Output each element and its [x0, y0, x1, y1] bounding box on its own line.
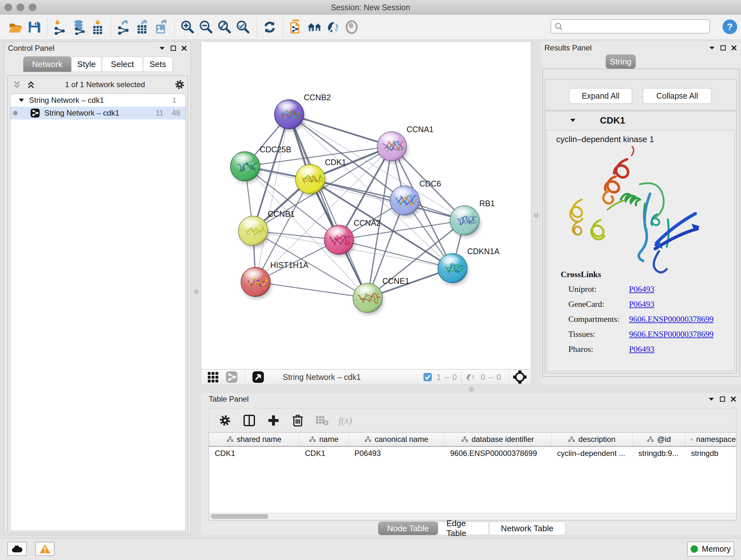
network-node-CCNB2[interactable]: CCNB2: [274, 93, 331, 131]
section-expander-icon[interactable]: [569, 118, 576, 123]
share-document-button[interactable]: [288, 19, 304, 35]
detach-view-icon[interactable]: [252, 371, 264, 383]
panel-close-icon[interactable]: [181, 45, 187, 51]
cell-name[interactable]: CDK1: [299, 446, 348, 460]
table-options-button[interactable]: [217, 413, 232, 428]
gear-icon: [219, 414, 231, 427]
save-session-button[interactable]: [26, 19, 42, 35]
tab-network[interactable]: Network: [23, 57, 71, 72]
crosslink-link[interactable]: 9606.ENSP00000378699: [629, 314, 714, 324]
panel-menu-icon[interactable]: [709, 45, 716, 51]
left-splitter-handle[interactable]: [194, 289, 199, 294]
column-header-namespace[interactable]: namespace: [685, 433, 736, 446]
column-header-canonical-name[interactable]: canonical name: [348, 433, 444, 446]
network-node-CDKN1A[interactable]: CDKN1A: [438, 247, 500, 285]
zoom-in-button[interactable]: [180, 19, 195, 35]
home-button[interactable]: [307, 19, 322, 35]
search-input[interactable]: [550, 19, 710, 34]
network-node-HIST1H1A[interactable]: HIST1H1A: [241, 260, 309, 299]
refresh-icon: [262, 20, 277, 35]
selected-checkbox-icon[interactable]: [423, 373, 432, 381]
network-view-icon[interactable]: [226, 371, 238, 383]
refresh-view-button[interactable]: [262, 19, 277, 35]
panel-float-icon[interactable]: [720, 45, 726, 51]
zoom-fit-button[interactable]: [217, 19, 232, 35]
tab-sets[interactable]: Sets: [143, 57, 173, 72]
cell-shared-name[interactable]: CDK1: [209, 446, 299, 460]
import-table-file-button[interactable]: [90, 19, 105, 35]
zoom-selected-button[interactable]: [235, 19, 251, 35]
right-splitter-handle[interactable]: [534, 213, 539, 218]
create-column-button[interactable]: [266, 413, 281, 428]
collapse-all-button[interactable]: Collapse All: [643, 88, 712, 104]
hide-panel-button[interactable]: [326, 19, 341, 35]
tab-string[interactable]: String: [606, 55, 636, 69]
horizontal-splitter-handle[interactable]: [469, 387, 474, 392]
column-header-description[interactable]: description: [551, 433, 632, 446]
cloud-status-button[interactable]: [7, 542, 27, 556]
tab-node-table[interactable]: Node Table: [378, 522, 438, 535]
network-node-CDK1[interactable]: CDK1: [295, 158, 346, 196]
warnings-button[interactable]: [35, 542, 55, 556]
cell-canonical-name[interactable]: P06493: [348, 446, 444, 460]
column-header-name[interactable]: name: [299, 433, 348, 446]
zoom-out-button[interactable]: [199, 19, 214, 35]
network-edge-CCNE1-HIST1H1A[interactable]: [256, 282, 367, 298]
panel-float-icon[interactable]: [719, 396, 726, 402]
cell-database-identifier[interactable]: 9606.ENSP00000378699: [444, 446, 551, 460]
help-button[interactable]: ?: [723, 19, 737, 34]
grid-view-icon[interactable]: [207, 371, 220, 383]
column-header-database-identifier[interactable]: database identifier: [444, 433, 551, 446]
column-header-id[interactable]: @id: [632, 433, 685, 446]
import-network-file-button[interactable]: [53, 19, 68, 35]
tab-network-table[interactable]: Network Table: [489, 522, 565, 535]
import-database-icon: [71, 19, 87, 35]
network-edge-CCNB2-CCNE1[interactable]: [289, 114, 367, 298]
network-row-selected[interactable]: String Network – cdk1 11 48: [10, 107, 185, 119]
eye-slash-icon: [326, 20, 341, 35]
network-node-CCNA1[interactable]: CCNA1: [377, 125, 434, 163]
expand-all-button[interactable]: Expand All: [569, 88, 632, 104]
panel-close-icon[interactable]: [730, 396, 737, 402]
network-collection-row[interactable]: String Network – cdk1 1: [10, 94, 185, 107]
tab-edge-table[interactable]: Edge Table: [438, 522, 489, 535]
cell-namespace[interactable]: stringdb: [685, 446, 736, 460]
cell-description[interactable]: cyclin–dependent ...: [551, 446, 632, 460]
cell-id[interactable]: stringdb:9...: [632, 446, 685, 460]
network-edge-CDK1-RB1[interactable]: [310, 179, 465, 220]
crosslink-link[interactable]: 9606.ENSP00000378699: [629, 329, 714, 339]
birds-eye-view-icon[interactable]: [513, 370, 527, 384]
crosslink-link[interactable]: P06493: [629, 345, 654, 354]
network-node-RB1[interactable]: RB1: [450, 199, 495, 237]
panel-menu-icon[interactable]: [158, 46, 165, 51]
network-options-gear-icon[interactable]: [174, 79, 185, 90]
string-network-icon: [30, 108, 40, 118]
panel-menu-icon[interactable]: [708, 396, 715, 401]
import-network-database-button[interactable]: [71, 19, 87, 35]
memory-button[interactable]: Memory: [687, 542, 734, 557]
tree-expander-icon[interactable]: [18, 98, 24, 103]
export-table-button[interactable]: [135, 19, 150, 35]
hidden-eye-icon[interactable]: [465, 372, 477, 382]
collapse-all-icon[interactable]: [12, 80, 22, 89]
export-network-button[interactable]: [117, 19, 132, 35]
show-panel-button[interactable]: [344, 19, 359, 35]
network-edge-CCNB2-HIST1H1A[interactable]: [256, 114, 289, 282]
zoom-out-icon: [199, 19, 214, 35]
export-image-button[interactable]: [153, 19, 169, 35]
scrollbar-thumb[interactable]: [211, 514, 268, 519]
column-header-shared-name[interactable]: shared name: [209, 433, 299, 446]
open-session-button[interactable]: [8, 19, 23, 35]
panel-float-icon[interactable]: [170, 45, 177, 51]
tab-select[interactable]: Select: [102, 57, 143, 72]
crosslink-link[interactable]: P06493: [629, 300, 654, 309]
tab-style[interactable]: Style: [71, 57, 102, 72]
show-columns-button[interactable]: [242, 413, 257, 428]
delete-column-button[interactable]: [290, 413, 306, 428]
crosslink-link[interactable]: P06493: [629, 285, 654, 294]
expand-all-icon[interactable]: [26, 80, 36, 89]
panel-close-icon[interactable]: [731, 45, 737, 51]
network-node-CCNB1[interactable]: CCNB1: [239, 209, 295, 248]
table-row[interactable]: CDK1 CDK1 P06493 9606.ENSP00000378699 cy…: [209, 446, 736, 460]
network-canvas[interactable]: CCNB2CCNA1CDC25BCDK1CDC6RB1CCNB1CCNA2CDK…: [201, 42, 531, 369]
